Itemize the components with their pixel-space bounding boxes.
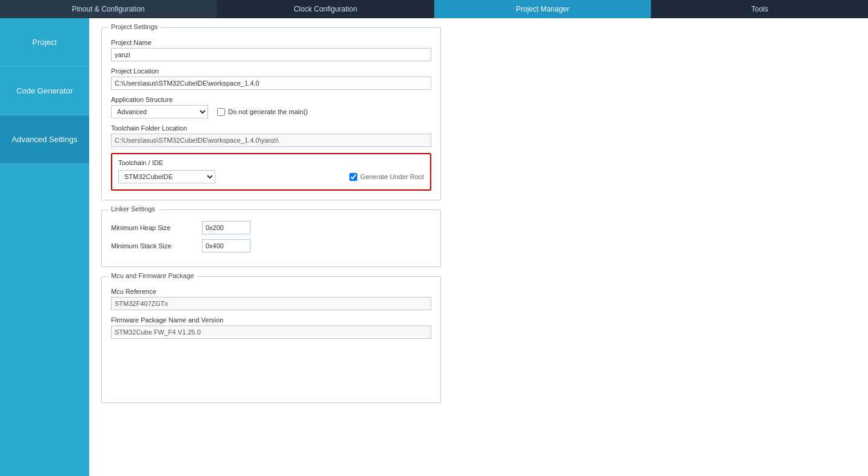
project-location-input[interactable]: [111, 76, 431, 90]
firmware-pkg-label: Firmware Package Name and Version: [111, 316, 431, 324]
top-navigation: Pinout & Configuration Clock Configurati…: [0, 0, 868, 18]
generate-under-root-checkbox[interactable]: [349, 173, 357, 181]
mcu-ref-label: Mcu Reference: [111, 288, 431, 295]
tab-tools[interactable]: Tools: [651, 0, 868, 18]
linker-settings-title: Linker Settings: [108, 205, 158, 212]
app-structure-select[interactable]: Advanced Basic: [111, 105, 208, 118]
toolchain-ide-section: Toolchain / IDE STM32CubeIDE Makefile Ge…: [111, 153, 431, 191]
mcu-ref-input: [111, 297, 431, 310]
project-settings-title: Project Settings: [108, 23, 161, 30]
tab-project-manager[interactable]: Project Manager: [434, 0, 651, 18]
project-location-label: Project Location: [111, 67, 431, 75]
toolchain-ide-label: Toolchain / IDE: [118, 159, 424, 166]
tab-pinout[interactable]: Pinout & Configuration: [0, 0, 217, 18]
mcu-ref-row: Mcu Reference: [111, 288, 431, 310]
toolchain-folder-row: Toolchain Folder Location: [111, 124, 431, 147]
min-stack-label: Minimum Stack Size: [111, 242, 202, 250]
content-area: Project Settings Project Name Project Lo…: [89, 18, 868, 476]
toolchain-folder-label: Toolchain Folder Location: [111, 124, 431, 132]
sidebar: Project Code Generator Advanced Settings: [0, 18, 89, 476]
min-stack-input[interactable]: [202, 239, 251, 253]
tab-clock[interactable]: Clock Configuration: [217, 0, 434, 18]
main-layout: Project Code Generator Advanced Settings…: [0, 18, 868, 476]
project-name-row: Project Name: [111, 39, 431, 61]
project-location-row: Project Location: [111, 67, 431, 90]
project-name-input[interactable]: [111, 48, 431, 61]
firmware-empty-space: [111, 345, 431, 393]
min-heap-row: Minimum Heap Size: [111, 221, 431, 234]
project-settings-group: Project Settings Project Name Project Lo…: [101, 27, 441, 200]
min-heap-input[interactable]: [202, 221, 251, 234]
mcu-firmware-group: Mcu and Firmware Package Mcu Reference F…: [101, 276, 441, 403]
app-structure-controls: Advanced Basic Do not generate the main(…: [111, 105, 431, 118]
do-not-generate-main-checkbox[interactable]: [217, 108, 225, 116]
firmware-pkg-row: Firmware Package Name and Version: [111, 316, 431, 339]
sidebar-item-project[interactable]: Project: [0, 18, 89, 67]
content-wrapper: Project Settings Project Name Project Lo…: [101, 27, 441, 403]
mcu-firmware-title: Mcu and Firmware Package: [108, 272, 197, 279]
min-stack-row: Minimum Stack Size: [111, 239, 431, 253]
do-not-generate-main-label[interactable]: Do not generate the main(): [217, 108, 308, 116]
min-heap-label: Minimum Heap Size: [111, 224, 202, 231]
app-structure-label: Application Structure: [111, 96, 431, 103]
project-name-label: Project Name: [111, 39, 431, 46]
app-structure-row: Application Structure Advanced Basic Do …: [111, 96, 431, 118]
toolchain-folder-input: [111, 134, 431, 147]
toolchain-ide-row: STM32CubeIDE Makefile Generate Under Roo…: [118, 170, 424, 183]
linker-settings-group: Linker Settings Minimum Heap Size Minimu…: [101, 209, 441, 267]
firmware-pkg-input: [111, 325, 431, 339]
sidebar-spacer: [0, 164, 89, 476]
sidebar-item-advanced-settings[interactable]: Advanced Settings: [0, 115, 89, 164]
sidebar-item-code-generator[interactable]: Code Generator: [0, 67, 89, 115]
generate-under-root-label[interactable]: Generate Under Root: [349, 173, 424, 181]
toolchain-ide-select[interactable]: STM32CubeIDE Makefile: [118, 170, 215, 183]
